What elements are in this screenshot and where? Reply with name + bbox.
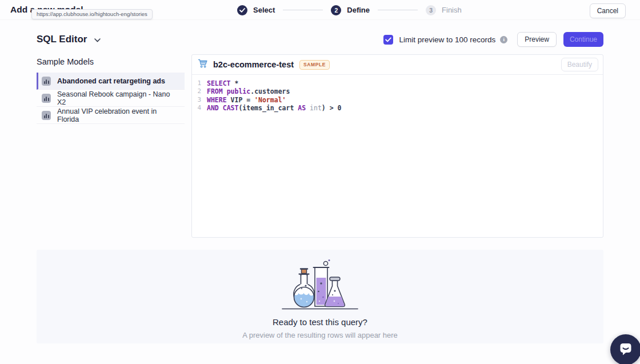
sample-badge: SAMPLE	[299, 60, 330, 70]
toolbar-row: SQL Editor Limit preview to 100 records …	[37, 30, 603, 49]
preview-controls: Limit preview to 100 records i Preview C…	[383, 32, 603, 47]
line-number: 4	[192, 104, 201, 112]
cancel-button[interactable]: Cancel	[590, 3, 626, 18]
step-number: 3	[426, 5, 436, 15]
limit-checkbox[interactable]	[383, 35, 393, 45]
sample-models-sidebar: Sample Models Abandoned cart retargeting…	[37, 57, 185, 124]
preview-subtitle: A preview of the resulting rows will app…	[242, 331, 398, 339]
chat-launcher-button[interactable]	[610, 334, 640, 364]
code-line: 1SELECT *	[192, 79, 603, 87]
continue-button[interactable]: Continue	[563, 32, 603, 47]
sidebar-item-model[interactable]: Seasonal Rebook campaign - Nano X2	[37, 90, 185, 107]
preview-title: Ready to test this query?	[273, 317, 367, 327]
limit-label: Limit preview to 100 records	[399, 35, 495, 44]
chevron-down-icon	[94, 34, 101, 45]
sidebar-item-model[interactable]: Abandoned cart retargeting ads	[37, 73, 185, 90]
query-preview-panel: Ready to test this query? A preview of t…	[37, 250, 603, 343]
info-icon[interactable]: i	[500, 36, 507, 43]
step-divider	[378, 10, 418, 10]
sidebar-item-model[interactable]: Annual VIP celebration event in Florida	[37, 107, 185, 124]
bar-chart-icon	[42, 111, 51, 120]
sql-code-editor[interactable]: 1SELECT *2FROM public.customers3WHERE VI…	[192, 75, 603, 117]
model-name: b2c-ecommerce-test	[213, 60, 294, 69]
model-label: Annual VIP celebration event in Florida	[57, 107, 179, 123]
shopping-cart-icon	[198, 58, 208, 71]
sql-editor-panel: b2c-ecommerce-test SAMPLE Beautify 1SELE…	[191, 54, 603, 238]
beautify-button[interactable]: Beautify	[561, 58, 598, 71]
code-line: 4AND CAST(items_in_cart AS int) > 0	[192, 104, 603, 112]
model-label: Abandoned cart retargeting ads	[57, 77, 165, 85]
check-icon	[237, 5, 247, 15]
model-list: Abandoned cart retargeting adsSeasonal R…	[37, 73, 185, 124]
preview-button[interactable]: Preview	[517, 32, 557, 47]
url-tooltip: https://app.clubhouse.io/hightouch-eng/s…	[31, 9, 153, 19]
model-label: Seasonal Rebook campaign - Nano X2	[57, 90, 179, 106]
bar-chart-icon	[42, 77, 51, 86]
line-number: 3	[192, 96, 201, 104]
code-line: 2FROM public.customers	[192, 87, 603, 95]
stepper: Select 2 Define 3 Finish	[237, 0, 462, 20]
step-divider	[283, 10, 323, 10]
editor-type-label: SQL Editor	[37, 34, 87, 45]
sidebar-heading: Sample Models	[37, 57, 185, 66]
step-number: 2	[331, 5, 341, 15]
step-label: Define	[347, 6, 370, 14]
line-number: 2	[192, 87, 201, 95]
bar-chart-icon	[42, 94, 51, 103]
line-number: 1	[192, 79, 201, 87]
step-finish[interactable]: 3 Finish	[426, 5, 462, 15]
code-line: 3WHERE VIP = 'Normal'	[192, 96, 603, 104]
step-define[interactable]: 2 Define	[331, 5, 370, 15]
step-select[interactable]: Select	[237, 5, 275, 15]
flasks-illustration	[277, 259, 363, 314]
chat-bubble-icon	[618, 341, 634, 359]
step-label: Select	[253, 6, 275, 14]
step-label: Finish	[442, 6, 462, 14]
sql-panel-header: b2c-ecommerce-test SAMPLE Beautify	[192, 55, 603, 75]
editor-type-dropdown[interactable]: SQL Editor	[37, 34, 101, 45]
